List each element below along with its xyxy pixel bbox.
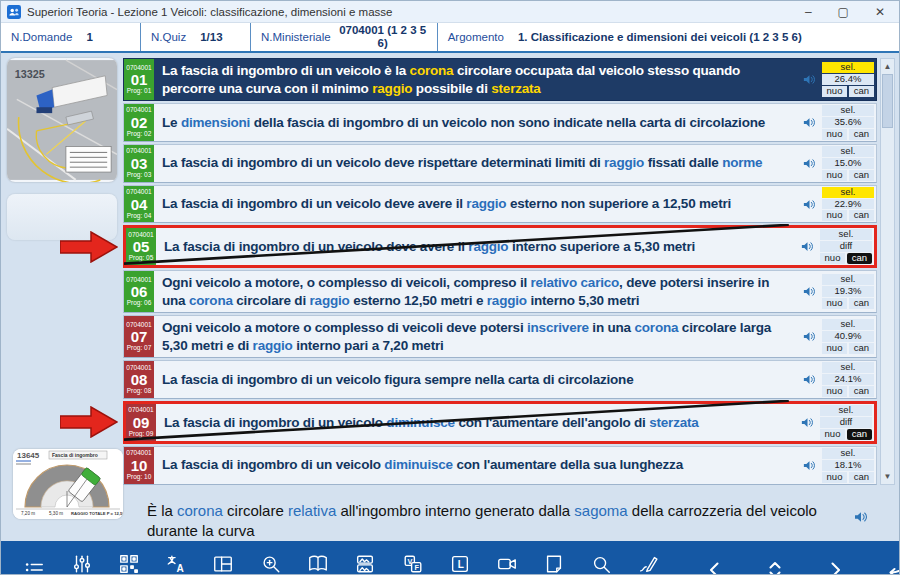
nuo-button[interactable]: nuo <box>822 472 847 483</box>
question-row[interactable]: 0704001 09 Prog: 09 La fascia di ingombr… <box>123 401 877 444</box>
sel-button[interactable]: sel. <box>822 105 874 116</box>
toolbar-tabellone-button[interactable]: Tabellone <box>204 553 243 575</box>
speaker-icon[interactable] <box>798 316 820 357</box>
question-row[interactable]: 0704001 05 Prog: 05 La fascia di ingombr… <box>123 225 877 268</box>
speaker-icon[interactable] <box>798 104 820 141</box>
can-button[interactable]: can <box>849 210 874 221</box>
toolbar-listato-button[interactable]: L Listato <box>441 553 479 575</box>
selection-value: diff <box>820 417 872 428</box>
progressive-number: Prog: 02 <box>127 131 152 138</box>
minimize-button[interactable]: – <box>805 2 812 22</box>
sel-button[interactable]: sel. <box>822 319 874 330</box>
vertical-scrollbar[interactable]: ▲ ▼ <box>880 58 895 485</box>
speaker-icon[interactable] <box>798 186 820 223</box>
toolbar-integrativi-button[interactable]: Integrativi <box>346 553 385 575</box>
speaker-icon[interactable] <box>798 271 820 312</box>
progressive-number: Prog: 08 <box>127 388 152 395</box>
speaker-icon[interactable] <box>798 447 820 484</box>
can-button[interactable]: can <box>849 472 874 483</box>
nuo-button[interactable]: nuo <box>822 86 847 97</box>
question-text: La fascia di ingombro di un veicolo deve… <box>156 235 796 259</box>
progressive-number: Prog: 06 <box>127 300 152 307</box>
question-badge: 0704001 05 Prog: 05 <box>126 228 156 265</box>
true-false-icon: VF <box>402 553 424 575</box>
question-image-thumbnail[interactable]: 13325 <box>7 58 117 182</box>
zoom-in-icon <box>260 553 282 575</box>
nuo-button[interactable]: nuo <box>822 343 847 354</box>
question-number: 03 <box>131 156 148 171</box>
toolbar-chevron-left-button[interactable] <box>696 558 734 575</box>
webcam-icon <box>496 553 518 575</box>
can-button[interactable]: can <box>849 129 874 140</box>
toolbar-menu-list-button[interactable] <box>15 559 53 575</box>
toolbar-ricerca-button[interactable]: Ricerca <box>582 553 620 575</box>
toolbar-chevron-right-button[interactable] <box>816 558 854 575</box>
can-button[interactable]: can <box>847 253 872 264</box>
nuo-button[interactable]: nuo <box>822 210 847 221</box>
question-badge: 0704001 09 Prog: 09 <box>126 404 156 441</box>
answer-image-thumbnail[interactable]: 13645 Fascia di ingombro 7,20 m 5, <box>13 449 123 519</box>
nuo-button[interactable]: nuo <box>822 386 847 397</box>
toolbar-disegno-button[interactable]: Disegno <box>629 553 667 575</box>
toolbar-zoom-button[interactable]: Zoom <box>252 553 290 575</box>
toolbar-qr-code-button[interactable]: QR Code <box>110 553 148 575</box>
sel-button[interactable]: sel. <box>820 405 872 416</box>
can-button[interactable]: can <box>849 86 874 97</box>
question-number: 08 <box>131 372 148 387</box>
sel-button[interactable]: sel. <box>822 362 874 373</box>
question-row[interactable]: 0704001 01 Prog: 01 La fascia di ingombr… <box>123 58 877 101</box>
sel-button[interactable]: sel. <box>822 146 874 157</box>
selection-value: 15.0% <box>822 158 874 169</box>
speaker-icon[interactable] <box>798 145 820 182</box>
selection-value: 26.4% <box>822 74 874 85</box>
translate-icon: A <box>165 553 187 575</box>
maximize-button[interactable]: ▢ <box>838 2 849 22</box>
question-row[interactable]: 0704001 04 Prog: 04 La fascia di ingombr… <box>123 185 877 224</box>
toolbar-lingua-button[interactable]: A Lingua <box>157 553 195 575</box>
question-stats: sel. 19.3% nuo can <box>820 271 876 312</box>
can-button[interactable]: can <box>847 429 872 440</box>
toolbar-note-button[interactable]: Note <box>535 553 573 575</box>
toolbar-quiz-button[interactable]: VF Quiz <box>394 553 432 575</box>
sel-button[interactable]: sel. <box>822 448 874 459</box>
toolbar-webcam-button[interactable]: Webcam <box>488 553 526 575</box>
question-row[interactable]: 0704001 03 Prog: 03 La fascia di ingombr… <box>123 144 877 183</box>
question-text: Le dimensioni della fascia di ingombro d… <box>154 111 798 135</box>
question-row[interactable]: 0704001 06 Prog: 06 Ogni veicolo a motor… <box>123 270 877 313</box>
question-row[interactable]: 0704001 07 Prog: 07 Ogni veicolo a motor… <box>123 315 877 358</box>
speaker-icon[interactable] <box>798 361 820 398</box>
question-stats: sel. 24.1% nuo can <box>820 361 876 398</box>
scroll-down-icon[interactable]: ▼ <box>881 470 894 484</box>
title-bar: Superiori Teoria - Lezione 1 Veicoli: cl… <box>1 1 899 23</box>
toolbar-up-down-button[interactable] <box>756 558 794 575</box>
sel-button[interactable]: sel. <box>820 229 872 240</box>
speaker-icon[interactable] <box>796 404 818 441</box>
nuo-button[interactable]: nuo <box>820 253 845 264</box>
speaker-icon[interactable] <box>798 59 820 100</box>
question-row[interactable]: 0704001 10 Prog: 10 La fascia di ingombr… <box>123 446 877 485</box>
answer-speaker-icon[interactable] <box>837 501 869 530</box>
toolbar-configura-button[interactable]: Configura <box>62 553 101 575</box>
sel-button[interactable]: sel. <box>822 274 874 285</box>
speaker-icon[interactable] <box>796 228 818 265</box>
question-row[interactable]: 0704001 02 Prog: 02 Le dimensioni della … <box>123 103 877 142</box>
nuo-button[interactable]: nuo <box>820 429 845 440</box>
toolbar-return-arrow-button[interactable] <box>876 558 900 575</box>
up-down-icon <box>763 558 787 575</box>
question-text: La fascia di ingombro di un veicolo deve… <box>154 192 798 216</box>
can-button[interactable]: can <box>849 170 874 181</box>
svg-text:F: F <box>414 563 419 572</box>
question-row[interactable]: 0704001 08 Prog: 08 La fascia di ingombr… <box>123 360 877 399</box>
can-button[interactable]: can <box>849 386 874 397</box>
can-button[interactable]: can <box>849 298 874 309</box>
nuo-button[interactable]: nuo <box>822 170 847 181</box>
scrollbar-thumb[interactable] <box>882 74 893 128</box>
nuo-button[interactable]: nuo <box>822 129 847 140</box>
scroll-up-icon[interactable]: ▲ <box>881 59 894 73</box>
sel-button[interactable]: sel. <box>822 62 874 73</box>
nuo-button[interactable]: nuo <box>822 298 847 309</box>
close-button[interactable]: ✕ <box>875 2 885 22</box>
can-button[interactable]: can <box>849 343 874 354</box>
toolbar-manuale-button[interactable]: Manuale <box>299 553 337 575</box>
sel-button[interactable]: sel. <box>822 187 874 198</box>
